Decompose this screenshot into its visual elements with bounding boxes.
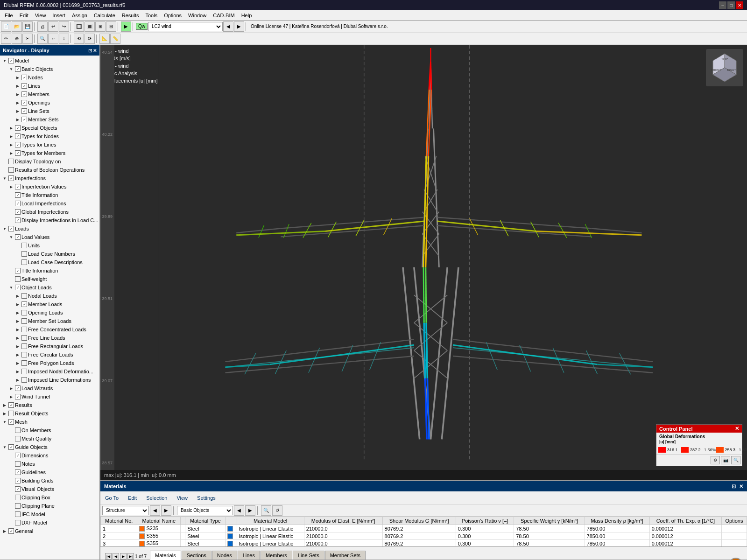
tree-node-units[interactable]: Units [0, 241, 99, 250]
bottom-float-btn[interactable]: ⊡ [732, 483, 736, 489]
table-cell[interactable]: Steel [185, 532, 226, 540]
tree-checkbox-general[interactable] [8, 528, 14, 534]
tree-expand-result-objects[interactable]: ▶ [2, 411, 7, 416]
tree-checkbox-display-topology[interactable] [8, 159, 14, 164]
filter-prev[interactable]: ◀ [150, 505, 160, 516]
tree-node-load-case-numbers[interactable]: Load Case Numbers [0, 250, 99, 258]
table-cell[interactable] [181, 540, 185, 546]
tree-node-wind-tunnel[interactable]: ▶Wind Tunnel [0, 392, 99, 401]
prev-lc[interactable]: ◀ [223, 21, 233, 32]
tree-node-visual-objects[interactable]: Visual Objects [0, 485, 99, 493]
tree-checkbox-ifc-model[interactable] [15, 511, 21, 517]
tree-node-building-grids[interactable]: Building Grids [0, 476, 99, 485]
menu-item-file[interactable]: File [2, 12, 16, 19]
menu-item-edit[interactable]: Edit [17, 12, 31, 19]
col-header-1[interactable]: Material Name [137, 517, 181, 525]
tree-checkbox-imperfections[interactable] [8, 175, 14, 181]
tree-checkbox-free-line-loads[interactable] [21, 335, 27, 341]
tree-checkbox-guidelines[interactable] [15, 469, 21, 475]
table-cell[interactable]: S355 [137, 532, 181, 540]
col-header-10[interactable]: Mass Density ρ [kg/m³] [585, 517, 649, 525]
lc-dropdown[interactable]: LC2 wind [148, 22, 223, 31]
tree-checkbox-result-objects[interactable] [8, 411, 14, 416]
tree-checkbox-self-weight[interactable] [15, 276, 21, 282]
undo-button[interactable]: ↩ [48, 21, 58, 32]
tree-node-imposed-nodal[interactable]: ▶Imposed Nodal Deformatio... [0, 367, 99, 376]
table-cell[interactable] [226, 532, 237, 540]
menu-item-tools[interactable]: Tools [142, 12, 160, 19]
cp-btn-3[interactable]: 🔍 [731, 456, 740, 464]
tree-checkbox-member-loads[interactable] [21, 301, 27, 307]
tree-checkbox-model[interactable] [8, 58, 14, 63]
cp-btn-2[interactable]: 📷 [721, 456, 730, 464]
tb2-btn-8[interactable]: ⟳ [85, 34, 95, 44]
tree-node-nodes[interactable]: ▶Nodes [0, 73, 99, 82]
table-cell[interactable]: 78.50 [514, 540, 585, 546]
table-cell[interactable]: 80769.2 [382, 532, 456, 540]
tree-expand-imposed-line[interactable]: ▶ [15, 377, 21, 383]
table-cell[interactable]: Steel [185, 525, 226, 532]
view-btn-3[interactable]: ⊞ [95, 21, 106, 32]
tb2-btn-1[interactable]: ✏ [1, 34, 11, 44]
tree-node-member-loads[interactable]: ▶Member Loads [0, 300, 99, 308]
tree-node-dxf-model[interactable]: DXF Model [0, 518, 99, 527]
col-header-2[interactable] [181, 517, 185, 525]
tree-node-results[interactable]: ▶Results [0, 401, 99, 409]
tree-checkbox-nodes[interactable] [21, 75, 27, 80]
tree-node-model[interactable]: ▼Model [0, 56, 99, 65]
table-cell[interactable]: 210000.0 [304, 532, 382, 540]
tree-expand-line-sets[interactable]: ▶ [15, 108, 21, 114]
tree-expand-opening-loads[interactable]: ▶ [15, 310, 21, 315]
col-header-11[interactable]: Coeff. of Th. Exp. α [1/°C] [649, 517, 721, 525]
tb2-btn-3[interactable]: ✂ [22, 34, 33, 44]
col-header-4[interactable] [226, 517, 237, 525]
tree-node-nodal-loads[interactable]: ▶Nodal Loads [0, 292, 99, 300]
tree-expand-load-values[interactable]: ▼ [8, 234, 14, 240]
table-cell[interactable]: 0.000012 [649, 532, 721, 540]
tree-node-opening-loads[interactable]: ▶Opening Loads [0, 308, 99, 317]
tree-checkbox-wind-tunnel[interactable] [15, 394, 21, 399]
menu-item-cad-bim[interactable]: CAD-BIM [210, 12, 237, 19]
tree-checkbox-free-polygon[interactable] [21, 360, 27, 366]
tree-node-member-sets[interactable]: ▶Member Sets [0, 115, 99, 124]
tree-node-self-weight[interactable]: Self-weight [0, 275, 99, 283]
tree-node-clipping-box[interactable]: Clipping Box [0, 493, 99, 502]
table-cell[interactable]: Isotropic | Linear Elastic [237, 532, 304, 540]
menu-item-view[interactable]: View [32, 12, 49, 19]
save-button[interactable]: 💾 [22, 21, 33, 32]
tree-expand-member-sets[interactable]: ▶ [15, 117, 21, 122]
tree-checkbox-visual-objects[interactable] [15, 486, 21, 492]
tree-node-special-objects[interactable]: ▶Special Objects [0, 124, 99, 132]
table-cell[interactable]: 7850.00 [585, 532, 649, 540]
table-row[interactable]: 1S235SteelIsotropic | Linear Elastic2100… [101, 525, 747, 532]
tree-node-load-case-descriptions[interactable]: Load Case Descriptions [0, 258, 99, 266]
table-cell[interactable]: 80769.2 [382, 540, 456, 546]
tree-node-general[interactable]: ▶General [0, 527, 99, 535]
tree-checkbox-free-concentrated[interactable] [21, 327, 27, 332]
bottom-close-btn[interactable]: ✕ [739, 483, 743, 489]
filter2-prev[interactable]: ◀ [234, 505, 244, 516]
tree-node-openings[interactable]: ▶Openings [0, 98, 99, 107]
3d-view-area[interactable]: LC2 - wind Loads [m/s] LC2 - wind Static… [100, 45, 747, 480]
view-btn-4[interactable]: ⊟ [106, 21, 116, 32]
tree-node-free-rectangular[interactable]: ▶Free Rectangular Loads [0, 342, 99, 350]
table-cell[interactable]: 0.300 [456, 525, 514, 532]
tree-checkbox-notes[interactable] [15, 461, 21, 467]
tree-node-ifc-model[interactable]: IFC Model [0, 510, 99, 518]
tree-node-imperfections[interactable]: ▼Imperfections [0, 174, 99, 182]
tree-checkbox-loads[interactable] [8, 226, 14, 231]
tree-checkbox-members[interactable] [21, 91, 27, 97]
bottom-menu-go-to[interactable]: Go To [102, 494, 121, 502]
tree-node-free-circular[interactable]: ▶Free Circular Loads [0, 350, 99, 359]
table-cell[interactable] [721, 532, 747, 540]
filter2-next[interactable]: ▶ [245, 505, 255, 516]
tree-expand-load-wizards[interactable]: ▶ [8, 385, 14, 391]
tree-expand-types-members[interactable]: ▶ [8, 150, 14, 156]
table-cell[interactable]: 0.000012 [649, 525, 721, 532]
tree-checkbox-load-wizards[interactable] [15, 385, 21, 391]
tree-expand-imperfection-values[interactable]: ▶ [8, 184, 14, 189]
tree-expand-imperfections[interactable]: ▼ [2, 175, 7, 181]
tree-expand-free-circular[interactable]: ▶ [15, 352, 21, 357]
tree-node-members[interactable]: ▶Members [0, 90, 99, 98]
basic-objects-filter[interactable]: Basic Objects [177, 506, 233, 515]
